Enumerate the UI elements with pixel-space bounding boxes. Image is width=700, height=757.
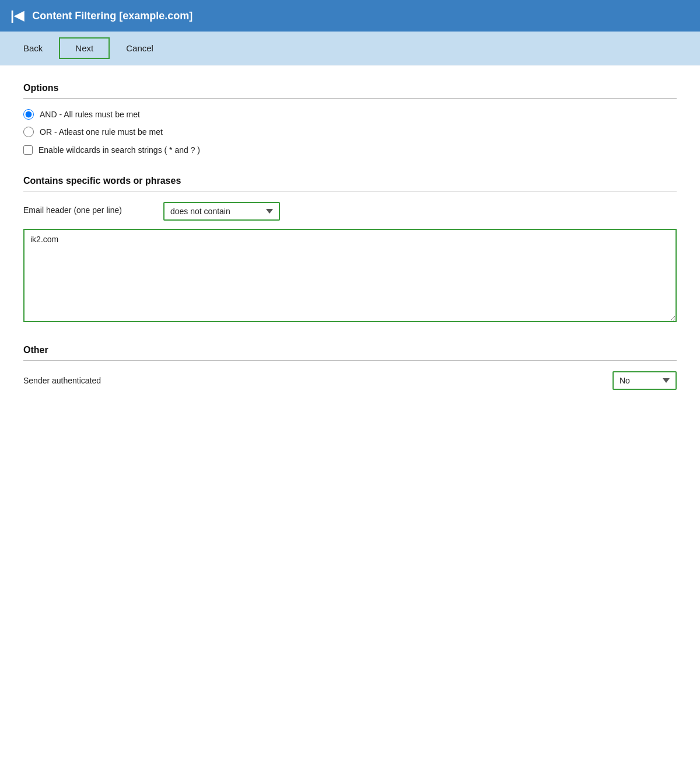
and-label-text: AND - All rules must be met [40,110,140,119]
contains-dropdown[interactable]: contains does not contain [163,202,280,221]
radio-group: AND - All rules must be met OR - Atleast… [23,109,677,137]
and-radio-label[interactable]: AND - All rules must be met [23,109,677,120]
wildcard-checkbox[interactable] [23,145,33,155]
other-section: Other Sender authenticated Yes No [23,345,677,390]
email-header-field-row: Email header (one per line) contains doe… [23,202,677,221]
email-header-label: Email header (one per line) [23,202,152,215]
sender-auth-dropdown[interactable]: Yes No [612,371,677,390]
wildcard-label-text: Enable wildcards in search strings ( * a… [38,145,200,155]
next-button[interactable]: Next [59,37,110,59]
title-bar-text: Content Filtering [example.com] [32,10,192,22]
title-bar: |◀ Content Filtering [example.com] [0,0,700,32]
email-header-textarea-wrapper: ik2.com [23,229,677,324]
wildcard-checkbox-label[interactable]: Enable wildcards in search strings ( * a… [23,145,677,155]
sender-auth-row: Sender authenticated Yes No [23,371,677,390]
or-label-text: OR - Atleast one rule must be met [40,127,163,137]
email-header-textarea[interactable]: ik2.com [23,229,677,322]
back-icon: |◀ [10,8,24,23]
contains-section: Contains specific words or phrases Email… [23,176,677,324]
main-content: Options AND - All rules must be met OR -… [0,65,700,407]
or-radio-label[interactable]: OR - Atleast one rule must be met [23,127,677,137]
options-divider [23,98,677,99]
back-button[interactable]: Back [7,37,59,59]
and-radio[interactable] [23,109,34,120]
contains-divider [23,191,677,191]
or-radio[interactable] [23,127,34,137]
cancel-button[interactable]: Cancel [110,37,170,59]
sender-auth-label: Sender authenticated [23,376,101,385]
options-section: Options AND - All rules must be met OR -… [23,83,677,155]
options-title: Options [23,83,677,93]
contains-title: Contains specific words or phrases [23,176,677,186]
other-divider [23,360,677,361]
other-title: Other [23,345,677,355]
toolbar: Back Next Cancel [0,32,700,65]
